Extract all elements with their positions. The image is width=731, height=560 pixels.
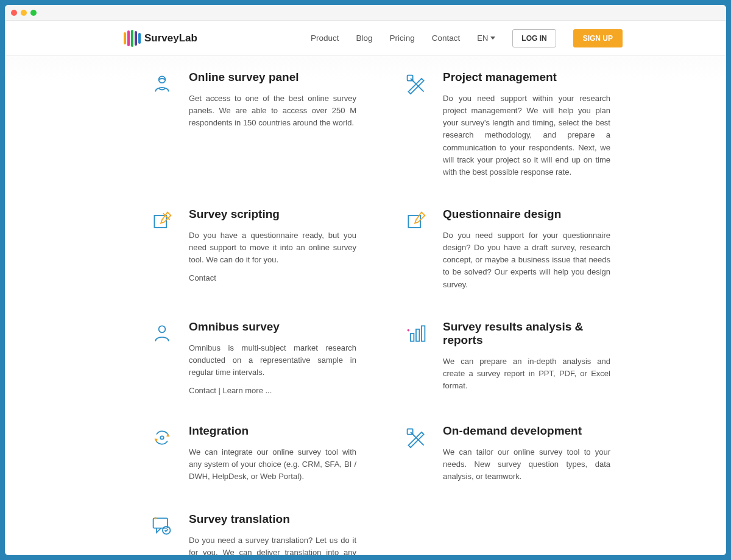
person-icon bbox=[151, 71, 175, 97]
language-selector[interactable]: EN bbox=[477, 33, 495, 43]
nav-links: Product Blog Pricing Contact bbox=[311, 33, 460, 43]
feature-desc: Omnibus is multi-subject market research… bbox=[189, 342, 356, 379]
feature-title: Integration bbox=[189, 424, 356, 438]
nav-contact[interactable]: Contact bbox=[432, 33, 461, 43]
nav-blog[interactable]: Blog bbox=[356, 33, 372, 43]
feature-results-analysis: Survey results analysis & reports We can… bbox=[405, 320, 610, 395]
features-grid: Online survey panel Get access to one of… bbox=[151, 71, 610, 555]
feature-integration: Integration We can integrate our online … bbox=[151, 424, 356, 483]
content: Online survey panel Get access to one of… bbox=[5, 56, 726, 555]
feature-desc: Do you need support within your research… bbox=[443, 93, 610, 178]
tools-icon bbox=[405, 424, 429, 451]
feature-title: Omnibus survey bbox=[189, 320, 356, 334]
feature-desc: Do you have a questionnaire ready, but y… bbox=[189, 229, 356, 266]
svg-rect-6 bbox=[411, 334, 414, 341]
svg-point-5 bbox=[408, 329, 410, 331]
feature-desc: Do you need a survey translation? Let us… bbox=[189, 534, 356, 555]
separator: | bbox=[216, 386, 223, 395]
browser-frame: SurveyLab Product Blog Pricing Contact E… bbox=[5, 5, 726, 555]
feature-title: Project management bbox=[443, 71, 610, 84]
svg-point-11 bbox=[160, 436, 163, 439]
sync-icon bbox=[151, 424, 175, 451]
logo[interactable]: SurveyLab bbox=[124, 29, 197, 47]
window-title-bar bbox=[5, 5, 726, 21]
edit-icon bbox=[405, 208, 429, 234]
feature-desc: We can tailor our online survey tool to … bbox=[443, 446, 610, 483]
brand-name: SurveyLab bbox=[144, 32, 197, 44]
person-icon bbox=[151, 320, 175, 347]
nav-right: Product Blog Pricing Contact EN LOG IN S… bbox=[311, 29, 623, 47]
chevron-down-icon bbox=[490, 37, 495, 40]
feature-desc: We can prepare an in-depth analysis and … bbox=[443, 355, 610, 392]
feature-title: Online survey panel bbox=[189, 71, 356, 84]
window-minimize-icon[interactable] bbox=[21, 10, 27, 16]
login-button[interactable]: LOG IN bbox=[512, 29, 556, 47]
feature-desc: We can integrate our online survey tool … bbox=[189, 446, 356, 483]
svg-point-4 bbox=[159, 326, 166, 332]
feature-desc: Do you need support for your questionnai… bbox=[443, 229, 610, 291]
feature-online-survey-panel: Online survey panel Get access to one of… bbox=[151, 71, 356, 178]
svg-rect-7 bbox=[416, 329, 419, 341]
nav-product[interactable]: Product bbox=[311, 33, 339, 43]
feature-questionnaire-design: Questionnaire design Do you need support… bbox=[405, 208, 610, 291]
svg-point-15 bbox=[154, 517, 157, 519]
feature-ondemand-development: On-demand development We can tailor our … bbox=[405, 424, 610, 483]
nav-pricing[interactable]: Pricing bbox=[389, 33, 414, 43]
feature-title: Questionnaire design bbox=[443, 208, 610, 221]
logo-icon bbox=[124, 29, 141, 47]
learn-more-link[interactable]: Learn more ... bbox=[222, 386, 272, 395]
feature-omnibus-survey: Omnibus survey Omnibus is multi-subject … bbox=[151, 320, 356, 395]
feature-desc: Get access to one of the best online sur… bbox=[189, 93, 356, 129]
contact-link[interactable]: Contact bbox=[189, 273, 216, 282]
feature-project-management: Project management Do you need support w… bbox=[405, 71, 610, 178]
bar-chart-icon bbox=[405, 320, 429, 347]
feature-title: Survey translation bbox=[189, 513, 356, 526]
chat-check-icon bbox=[151, 513, 175, 539]
signup-button[interactable]: SIGN UP bbox=[573, 29, 623, 47]
edit-icon bbox=[151, 208, 175, 234]
feature-survey-translation: Survey translation Do you need a survey … bbox=[151, 513, 356, 555]
feature-title: Survey results analysis & reports bbox=[443, 320, 610, 347]
feature-title: On-demand development bbox=[443, 424, 610, 438]
svg-rect-8 bbox=[422, 326, 425, 341]
window-close-icon[interactable] bbox=[11, 10, 17, 16]
feature-survey-scripting: Survey scripting Do you have a questionn… bbox=[151, 208, 356, 291]
feature-title: Survey scripting bbox=[189, 208, 356, 221]
navbar: SurveyLab Product Blog Pricing Contact E… bbox=[5, 21, 726, 56]
window-maximize-icon[interactable] bbox=[30, 10, 37, 16]
contact-link[interactable]: Contact bbox=[189, 386, 216, 395]
language-label: EN bbox=[477, 33, 488, 43]
tools-icon bbox=[405, 71, 429, 97]
